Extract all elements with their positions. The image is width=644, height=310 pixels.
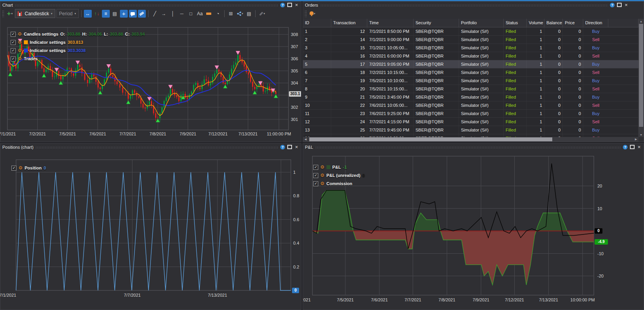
- draw-button[interactable]: ▾: [258, 10, 266, 18]
- close-icon[interactable]: ×: [637, 144, 642, 150]
- pnl-settings-link[interactable]: P&L: [332, 165, 341, 169]
- toolbar-grip[interactable]: [305, 10, 307, 17]
- checkbox-checked[interactable]: ✓: [11, 166, 16, 171]
- gear-icon[interactable]: ⚙: [320, 164, 325, 170]
- table-row[interactable]: 6187/2/2021 10:15:00...SBER@TQBRSimulato…: [303, 68, 639, 77]
- maximize-icon[interactable]: [287, 2, 292, 7]
- column-header[interactable]: Balance: [544, 19, 563, 27]
- checkbox-checked[interactable]: ✓: [11, 40, 16, 45]
- table-row[interactable]: 1127/1/2021 8:50:00 PMSBER@TQBRSimulator…: [303, 27, 639, 36]
- table-row[interactable]: 11237/6/2021 9:25:00 PMSBER@TQBRSimulato…: [303, 110, 639, 118]
- orders-table-header[interactable]: IDTransactionTimeSecurityPortfolioStatus…: [303, 19, 639, 27]
- table-row[interactable]: 12247/7/2021 4:15:00 PMSBER@TQBRSimulato…: [303, 118, 639, 126]
- table-row[interactable]: 13257/7/2021 9:45:00 PMSBER@TQBRSimulato…: [303, 126, 639, 134]
- column-header[interactable]: Portfolio: [459, 19, 504, 27]
- trades-link[interactable]: Trades: [24, 56, 38, 61]
- column-header[interactable]: Volume: [527, 19, 544, 27]
- checkbox-checked[interactable]: ✓: [11, 32, 16, 37]
- gear-icon[interactable]: ⚙: [18, 165, 23, 171]
- checkbox-checked[interactable]: ✓: [313, 173, 318, 178]
- alerts-button[interactable]: ▾: [308, 10, 316, 18]
- close-icon[interactable]: ×: [294, 2, 299, 7]
- legend-toggle-button[interactable]: ≡: [102, 10, 110, 18]
- close-icon[interactable]: ×: [294, 144, 299, 150]
- table-row[interactable]: 7197/5/2021 10:10:00...SBER@TQBRSimulato…: [303, 77, 639, 85]
- gear-icon[interactable]: ⚙: [18, 48, 22, 53]
- candles-settings-link[interactable]: Candles settings: [24, 32, 58, 36]
- vertical-scrollbar[interactable]: ▲ ▼: [639, 19, 644, 137]
- toolbar-grip[interactable]: [2, 10, 4, 17]
- measure-tool-button[interactable]: [205, 10, 213, 18]
- gear-icon[interactable]: ⚙: [320, 173, 325, 178]
- close-icon[interactable]: ×: [624, 2, 629, 7]
- cell-volume: 1: [527, 36, 544, 43]
- unrealized-settings-link[interactable]: P&L (unrealized): [327, 173, 361, 178]
- table-row[interactable]: 5177/2/2021 9:05:00 PMSBER@TQBRSimulator…: [303, 60, 639, 68]
- ruler-button[interactable]: [138, 10, 146, 18]
- period-dropdown[interactable]: Period ▾: [56, 9, 79, 18]
- help-icon[interactable]: ?: [280, 3, 285, 7]
- line-tool-button[interactable]: ╱: [151, 10, 159, 18]
- column-header[interactable]: Security: [414, 19, 459, 27]
- auto-range-button[interactable]: ↔: [84, 10, 92, 18]
- scroll-left-icon[interactable]: ◀: [303, 137, 308, 142]
- column-header[interactable]: Transaction: [331, 19, 367, 27]
- maximize-icon[interactable]: [287, 144, 292, 150]
- column-header[interactable]: ID: [303, 19, 331, 27]
- scroll-right-icon[interactable]: ▶: [633, 137, 639, 142]
- horizontal-line-tool-button[interactable]: ─: [178, 10, 186, 18]
- help-icon[interactable]: ?: [280, 145, 285, 150]
- gear-icon[interactable]: ⚙: [320, 181, 325, 186]
- maximize-icon[interactable]: [617, 2, 622, 7]
- table-row[interactable]: 9217/5/2021 3:45:00 PMSBER@TQBRSimulator…: [303, 93, 639, 101]
- price-chart-area[interactable]: 3083073063053043033023017/1/20217/2/2021…: [0, 19, 301, 142]
- table-row[interactable]: 3157/1/2021 10:05:00...SBER@TQBRSimulato…: [303, 44, 639, 52]
- help-icon[interactable]: ?: [623, 145, 628, 150]
- scrollbar-thumb[interactable]: [639, 24, 643, 127]
- maximize-icon[interactable]: [629, 144, 635, 150]
- gauge-tool-button[interactable]: ◔: [214, 10, 222, 18]
- checkbox-checked[interactable]: ✓: [313, 181, 318, 186]
- auto-scale-button[interactable]: ↑↓: [93, 10, 101, 18]
- scrollbar-thumb[interactable]: [309, 137, 552, 141]
- table-row[interactable]: 8207/5/2021 10:15:00...SBER@TQBRSimulato…: [303, 85, 639, 93]
- checkbox-checked[interactable]: ✓: [313, 165, 318, 170]
- gear-icon[interactable]: ⚙: [18, 40, 22, 45]
- rectangle-tool-button[interactable]: □: [187, 10, 195, 18]
- checkbox-checked[interactable]: ✓: [11, 56, 16, 61]
- column-header[interactable]: Time: [367, 19, 414, 27]
- gear-icon[interactable]: ⚙: [18, 31, 22, 37]
- share-button[interactable]: ▾: [236, 10, 244, 18]
- notes-button[interactable]: ▤: [245, 10, 253, 18]
- add-chart-button[interactable]: ⊞: [227, 10, 235, 18]
- indicator-settings-link[interactable]: Indicator settings: [30, 40, 66, 45]
- scroll-up-icon[interactable]: ▲: [639, 19, 644, 23]
- help-icon[interactable]: ?: [610, 3, 615, 7]
- table-row[interactable]: 2147/1/2021 9:00:00 PMSBER@TQBRSimulator…: [303, 36, 639, 44]
- table-row[interactable]: 14267/8/2021 10:20:00...SBER@TQBRSimulat…: [303, 134, 639, 137]
- indicator-settings-link[interactable]: Indicator settings: [30, 48, 66, 53]
- position-settings-link[interactable]: Position: [25, 166, 42, 170]
- text-tool-button[interactable]: Aa: [196, 10, 204, 18]
- column-header[interactable]: Direction: [583, 19, 608, 27]
- arrow-tool-button[interactable]: →: [160, 10, 168, 18]
- positions-chart-area[interactable]: 10.80.60.40.27/1/20217/7/20217/13/2021 ✓…: [0, 150, 301, 310]
- checkbox-checked[interactable]: ✓: [11, 48, 16, 53]
- scroll-down-icon[interactable]: ▼: [639, 132, 644, 137]
- price-chart-canvas[interactable]: 3083073063053043033023017/1/20217/2/2021…: [0, 19, 301, 142]
- gear-icon[interactable]: ⚙: [18, 56, 22, 61]
- commission-settings-link[interactable]: Commission: [327, 181, 352, 186]
- positions-chart-canvas[interactable]: 10.80.60.40.27/1/20217/7/20217/13/2021: [0, 150, 301, 310]
- annotation-button[interactable]: [129, 10, 137, 18]
- pnl-chart-area[interactable]: 2010-10-207/1/20217/5/20217/6/20217/7/20…: [303, 150, 644, 310]
- column-header[interactable]: Status: [504, 19, 527, 27]
- add-element-button[interactable]: + ▾: [6, 10, 14, 18]
- values-panel-button[interactable]: ▤: [111, 10, 119, 18]
- horizontal-scrollbar[interactable]: ◀ ▶: [303, 137, 639, 142]
- series-type-dropdown[interactable]: Candlestick ▾: [15, 9, 55, 18]
- vertical-line-tool-button[interactable]: │: [169, 10, 177, 18]
- column-header[interactable]: Price: [563, 19, 583, 27]
- table-row[interactable]: 4167/2/2021 6:00:00 PMSBER@TQBRSimulator…: [303, 52, 639, 60]
- crosshair-button[interactable]: +: [120, 10, 128, 18]
- table-row[interactable]: 10227/6/2021 10:05:00...SBER@TQBRSimulat…: [303, 101, 639, 110]
